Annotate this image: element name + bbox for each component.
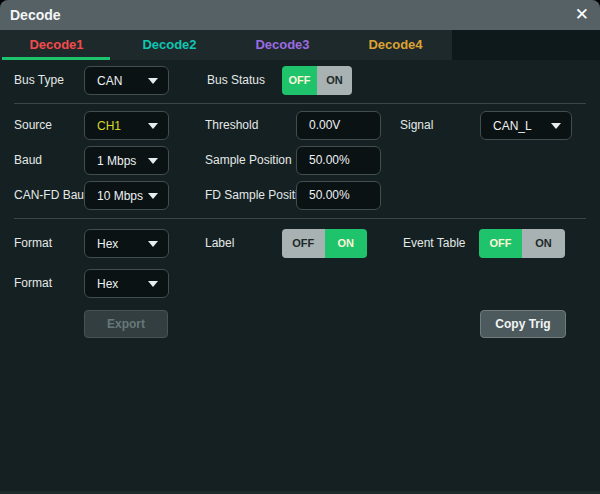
source-label: Source — [14, 111, 52, 140]
chevron-down-icon — [148, 193, 158, 199]
signal-dropdown[interactable]: CAN_L — [480, 111, 572, 140]
export-button[interactable]: Export — [84, 310, 168, 338]
label-toggle[interactable]: OFF ON — [282, 229, 367, 258]
source-dropdown[interactable]: CH1 — [84, 111, 169, 140]
chevron-down-icon — [148, 158, 158, 164]
baud-dropdown[interactable]: 1 Mbps — [84, 146, 169, 175]
tab-decode2[interactable]: Decode2 — [113, 30, 226, 60]
tab-decode1[interactable]: Decode1 — [0, 30, 113, 60]
tab-decode2-label: Decode2 — [142, 37, 196, 52]
bus-type-value: CAN — [85, 74, 148, 88]
close-icon[interactable]: ✕ — [575, 0, 589, 30]
canfd-baud-dropdown[interactable]: 10 Mbps — [84, 181, 169, 210]
sample-position-input[interactable]: 50.00% — [296, 146, 381, 175]
signal-value: CAN_L — [481, 119, 551, 133]
tab-decode3-label: Decode3 — [255, 37, 309, 52]
copy-trig-button[interactable]: Copy Trig — [480, 310, 566, 338]
tab-strip-filler — [452, 30, 600, 60]
bus-status-off-button[interactable]: OFF — [282, 66, 317, 95]
label-on-button[interactable]: ON — [325, 229, 368, 258]
chevron-down-icon — [148, 281, 158, 287]
tab-decode3[interactable]: Decode3 — [226, 30, 339, 60]
sample-position-label: Sample Position — [205, 146, 292, 175]
bus-status-label: Bus Status — [207, 66, 265, 95]
dialog-title: Decode — [10, 0, 61, 30]
divider — [14, 218, 586, 219]
bus-type-label: Bus Type — [14, 66, 64, 95]
format2-label: Format — [14, 269, 52, 298]
tab-decode4[interactable]: Decode4 — [339, 30, 452, 60]
fd-sample-position-input[interactable]: 50.00% — [296, 181, 381, 210]
divider — [14, 103, 586, 104]
label-toggle-label: Label — [205, 229, 234, 258]
bus-type-dropdown[interactable]: CAN — [84, 66, 169, 95]
tab-decode1-label: Decode1 — [29, 37, 83, 52]
chevron-down-icon — [148, 241, 158, 247]
label-off-button[interactable]: OFF — [282, 229, 325, 258]
titlebar: Decode ✕ — [0, 0, 600, 30]
event-table-off-button[interactable]: OFF — [479, 229, 522, 258]
tab-decode4-label: Decode4 — [368, 37, 422, 52]
format-dropdown[interactable]: Hex — [84, 229, 169, 258]
baud-label: Baud — [14, 146, 42, 175]
tab-strip: Decode1 Decode2 Decode3 Decode4 — [0, 30, 452, 60]
bus-status-toggle[interactable]: OFF ON — [282, 66, 352, 95]
format2-dropdown[interactable]: Hex — [84, 269, 169, 298]
source-value: CH1 — [85, 119, 148, 133]
chevron-down-icon — [148, 123, 158, 129]
format-label: Format — [14, 229, 52, 258]
threshold-input[interactable]: 0.00V — [296, 111, 381, 140]
event-table-toggle[interactable]: OFF ON — [479, 229, 565, 258]
event-table-label: Event Table — [403, 229, 466, 258]
chevron-down-icon — [551, 123, 561, 129]
canfd-baud-value: 10 Mbps — [85, 189, 148, 203]
canfd-baud-label: CAN-FD Baud — [14, 181, 91, 210]
decode-dialog: Decode ✕ Decode1 Decode2 Decode3 Decode4… — [0, 0, 600, 494]
baud-value: 1 Mbps — [85, 154, 148, 168]
format2-value: Hex — [85, 277, 148, 291]
active-tab-indicator — [2, 57, 110, 60]
bus-status-on-button[interactable]: ON — [317, 66, 352, 95]
event-table-on-button[interactable]: ON — [522, 229, 565, 258]
format-value: Hex — [85, 237, 148, 251]
threshold-label: Threshold — [205, 111, 258, 140]
signal-label: Signal — [400, 111, 433, 140]
chevron-down-icon — [148, 78, 158, 84]
